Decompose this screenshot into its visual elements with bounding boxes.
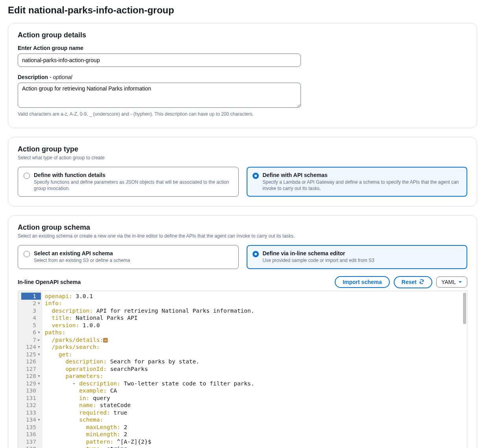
line-number[interactable]: 127 xyxy=(21,365,41,373)
radio-icon xyxy=(253,251,259,257)
radio-icon xyxy=(24,251,30,257)
line-number[interactable]: 131 xyxy=(21,395,41,402)
code-line[interactable]: maxLength: 2 xyxy=(45,424,465,431)
details-panel: Action group details Enter Action group … xyxy=(8,23,477,128)
line-number[interactable]: 125▼ xyxy=(21,351,41,358)
line-number[interactable]: 126 xyxy=(21,358,41,365)
page-title: Edit national-parks-info-action-group xyxy=(8,0,477,23)
code-editor[interactable]: 12▼3456▼7▶124▼125▼126127128▼129▼13013113… xyxy=(18,291,467,448)
radio-icon xyxy=(24,173,30,179)
radio-description: Select from an existing S3 or define a s… xyxy=(34,257,130,264)
line-number[interactable]: 128▼ xyxy=(21,372,41,380)
schema-option-0[interactable]: Select an existing API schemaSelect from… xyxy=(18,245,239,269)
description-label: Description - optional xyxy=(18,74,467,80)
schema-heading: Action group schema xyxy=(18,223,467,232)
code-line[interactable]: /parks/search: xyxy=(45,343,465,351)
name-label: Enter Action group name xyxy=(18,45,467,51)
line-number[interactable]: 124▼ xyxy=(21,343,41,351)
line-number[interactable]: 3 xyxy=(21,307,41,315)
radio-title: Define with API schemas xyxy=(263,172,462,178)
line-number[interactable]: 133 xyxy=(21,409,41,417)
code-line[interactable]: version: 1.0.0 xyxy=(45,322,465,329)
type-heading: Action group type xyxy=(18,145,467,153)
line-number[interactable]: 130 xyxy=(21,387,41,395)
radio-title: Define with function details xyxy=(34,172,233,178)
line-number[interactable]: 137 xyxy=(21,438,41,446)
line-number[interactable]: 129▼ xyxy=(21,380,41,387)
code-line[interactable]: /parks/details:↔ xyxy=(45,336,465,344)
code-line[interactable]: name: stateCode xyxy=(45,402,465,409)
openapi-schema-label: In-line OpenAPI schema xyxy=(18,279,81,285)
description-textarea[interactable]: Action group for retrieving National Par… xyxy=(18,83,301,108)
line-number[interactable]: 134▼ xyxy=(21,416,41,424)
fold-expanded-icon[interactable]: ▼ xyxy=(37,380,41,387)
editor-scrollbar[interactable] xyxy=(463,293,466,324)
line-number[interactable]: 136 xyxy=(21,431,41,438)
line-number[interactable]: 2▼ xyxy=(21,300,41,307)
code-line[interactable]: parameters: xyxy=(45,372,465,380)
fold-expanded-icon[interactable]: ▼ xyxy=(37,343,41,351)
code-line[interactable]: operationId: searchParks xyxy=(45,365,465,373)
code-line[interactable]: in: query xyxy=(45,395,465,402)
code-line[interactable]: pattern: ^[A-Z]{2}$ xyxy=(45,438,465,446)
code-line[interactable]: paths: xyxy=(45,329,465,336)
fold-marker-icon[interactable]: ↔ xyxy=(103,338,107,343)
radio-description: Specify functions and define parameters … xyxy=(34,179,233,192)
format-select[interactable]: YAML xyxy=(436,277,467,288)
radio-description: Specify a Lambda or API Gateway and defi… xyxy=(263,179,462,192)
line-number[interactable]: 4 xyxy=(21,314,41,322)
action-group-name-input[interactable] xyxy=(18,53,301,67)
code-line[interactable]: - description: Two-letter state code to … xyxy=(45,380,465,387)
code-line[interactable]: openapi: 3.0.1 xyxy=(45,293,465,300)
import-schema-button[interactable]: Import schema xyxy=(335,276,390,288)
schema-option-1[interactable]: Define via in-line schema editorUse prov… xyxy=(247,245,468,269)
line-number[interactable]: 135 xyxy=(21,424,41,431)
schema-panel: Action group schema Select an existing s… xyxy=(8,215,477,448)
radio-icon xyxy=(253,173,259,179)
radio-title: Select an existing API schema xyxy=(34,250,130,256)
details-heading: Action group details xyxy=(18,31,467,39)
reset-button[interactable]: Reset xyxy=(394,276,432,288)
line-number[interactable]: 6▼ xyxy=(21,329,41,336)
code-line[interactable]: example: CA xyxy=(45,387,465,395)
fold-expanded-icon[interactable]: ▼ xyxy=(37,329,41,336)
fold-expanded-icon[interactable]: ▼ xyxy=(37,351,41,358)
code-line[interactable]: title: National Parks API xyxy=(45,314,465,322)
code-line[interactable]: minLength: 2 xyxy=(45,431,465,438)
type-option-0[interactable]: Define with function detailsSpecify func… xyxy=(18,167,239,197)
description-help-text: Valid characters are a-z, A-Z, 0-9, _ (u… xyxy=(18,111,467,117)
line-number[interactable]: 132 xyxy=(21,402,41,409)
line-number[interactable]: 138 xyxy=(21,445,41,448)
code-line[interactable]: description: API for retrieving National… xyxy=(45,307,465,315)
radio-description: Use provided sample code or import and e… xyxy=(263,257,374,264)
fold-collapsed-icon[interactable]: ▶ xyxy=(37,336,41,344)
code-line[interactable]: info: xyxy=(45,300,465,307)
type-subtext: Select what type of action group to crea… xyxy=(18,155,467,160)
refresh-icon xyxy=(419,279,424,286)
schema-subtext: Select an existing schema or create a ne… xyxy=(18,233,467,239)
line-number[interactable]: 5 xyxy=(21,322,41,329)
fold-expanded-icon[interactable]: ▼ xyxy=(37,372,41,380)
type-panel: Action group type Select what type of ac… xyxy=(8,137,477,206)
code-line[interactable]: type: string xyxy=(45,445,465,448)
code-line[interactable]: required: true xyxy=(45,409,465,417)
radio-title: Define via in-line schema editor xyxy=(263,250,374,256)
code-line[interactable]: description: Search for parks by state. xyxy=(45,358,465,365)
fold-expanded-icon[interactable]: ▼ xyxy=(37,300,41,307)
type-option-1[interactable]: Define with API schemasSpecify a Lambda … xyxy=(247,167,468,197)
line-number[interactable]: 1 xyxy=(21,293,41,300)
fold-expanded-icon[interactable]: ▼ xyxy=(37,416,41,424)
code-line[interactable]: get: xyxy=(45,351,465,358)
code-line[interactable]: schema: xyxy=(45,416,465,424)
line-number[interactable]: 7▶ xyxy=(21,336,41,344)
caret-down-icon xyxy=(458,279,462,285)
